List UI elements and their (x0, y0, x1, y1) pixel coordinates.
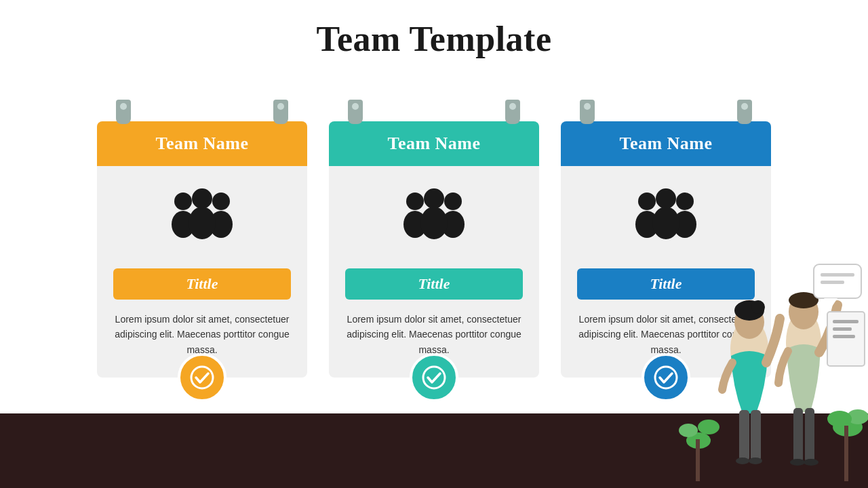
pin-left-3 (580, 100, 595, 124)
card-content-2: Tittle Lorem ipsum dolor sit amet, conse… (329, 166, 539, 378)
svg-point-12 (420, 207, 448, 239)
svg-point-35 (751, 300, 765, 314)
svg-rect-31 (739, 410, 749, 461)
card-header-2: Team Name (329, 121, 539, 166)
svg-rect-29 (844, 426, 848, 481)
svg-rect-39 (793, 408, 803, 462)
svg-point-24 (698, 420, 719, 434)
svg-point-37 (749, 458, 762, 464)
svg-point-44 (804, 459, 818, 466)
illustration (678, 230, 868, 488)
svg-point-19 (652, 207, 679, 239)
svg-rect-52 (833, 335, 855, 338)
svg-point-11 (424, 188, 444, 209)
svg-point-16 (676, 192, 694, 210)
team-card-2: Team Name Tittle Lorem ipsum dolor sit a… (329, 100, 539, 378)
svg-point-5 (189, 207, 216, 239)
team-icon-1 (168, 186, 236, 256)
svg-rect-47 (821, 273, 854, 277)
pin-left-1 (116, 100, 131, 124)
card-body-2: Team Name Tittle Lorem ipsum dolor sit a… (329, 121, 539, 378)
dark-bar (0, 413, 705, 488)
svg-point-43 (790, 459, 805, 466)
svg-rect-51 (833, 327, 852, 331)
card-body-1: Team Name Tittle Lor (97, 121, 307, 378)
pin-right-1 (273, 100, 288, 124)
page-title: Team Template (0, 0, 868, 59)
svg-point-0 (174, 192, 192, 210)
card-header-3: Team Name (561, 121, 771, 166)
card-pins-2 (329, 100, 539, 124)
svg-rect-32 (751, 410, 761, 461)
card-pins-1 (97, 100, 307, 124)
svg-point-6 (191, 367, 213, 388)
title-badge-2: Tittle (345, 268, 523, 300)
check-circle-1 (178, 353, 226, 402)
svg-point-18 (656, 188, 676, 209)
svg-rect-50 (833, 320, 859, 323)
title-badge-1: Tittle (113, 268, 291, 300)
check-circle-2 (410, 353, 458, 402)
svg-point-36 (736, 458, 749, 464)
svg-point-7 (406, 192, 424, 210)
svg-point-23 (679, 424, 698, 437)
svg-point-2 (212, 192, 230, 210)
svg-rect-25 (696, 439, 700, 481)
card-content-1: Tittle Lorem ipsum dolor sit amet, conse… (97, 166, 307, 378)
card-pins-3 (561, 100, 771, 124)
pin-left-2 (348, 100, 363, 124)
card-header-1: Team Name (97, 121, 307, 166)
svg-point-13 (423, 367, 445, 388)
team-card-1: Team Name Tittle Lor (97, 100, 307, 378)
svg-point-9 (444, 192, 462, 210)
card-description-1: Lorem ipsum dolor sit amet, consectetuer… (113, 312, 291, 357)
svg-rect-40 (805, 408, 814, 462)
svg-rect-48 (821, 281, 844, 284)
svg-point-14 (638, 192, 656, 210)
card-description-2: Lorem ipsum dolor sit amet, consectetuer… (345, 312, 523, 357)
svg-point-28 (827, 411, 852, 427)
svg-point-4 (192, 188, 212, 209)
team-icon-2 (400, 186, 468, 256)
pin-right-2 (505, 100, 520, 124)
pin-right-3 (737, 100, 752, 124)
svg-point-20 (655, 367, 677, 388)
